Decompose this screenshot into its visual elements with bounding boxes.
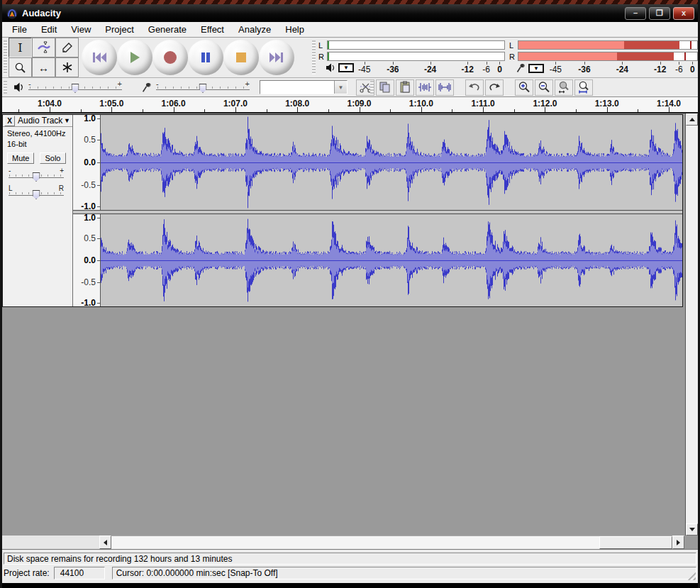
silence-icon xyxy=(438,81,452,94)
recording-meter-left-bar[interactable] xyxy=(518,40,698,50)
zoom-out-button[interactable] xyxy=(535,79,553,96)
meter-scale-value: -6 xyxy=(675,65,683,74)
meter-scale-value: -45 xyxy=(550,65,562,74)
input-source-select[interactable]: ▼ xyxy=(260,80,348,94)
audio-track: X Audio Track ▼ Stereo, 44100Hz 16-bit M… xyxy=(2,114,683,307)
menu-project[interactable]: Project xyxy=(98,23,140,36)
skip-to-end-button[interactable] xyxy=(259,40,294,75)
copy-button[interactable] xyxy=(376,79,394,96)
close-button[interactable]: x xyxy=(673,7,694,20)
horizontal-scrollbar-row xyxy=(2,536,698,550)
recording-meter-dropdown[interactable]: ▼ xyxy=(528,64,544,73)
track-title[interactable]: Audio Track xyxy=(16,116,64,126)
edit-toolbar xyxy=(356,79,593,96)
gain-thumb[interactable] xyxy=(33,172,40,182)
input-source-dropdown-icon[interactable]: ▼ xyxy=(334,81,347,94)
track-workspace[interactable]: X Audio Track ▼ Stereo, 44100Hz 16-bit M… xyxy=(2,113,698,536)
track-menu-arrow-icon[interactable]: ▼ xyxy=(64,117,72,124)
fit-project-icon xyxy=(577,81,590,94)
pause-button[interactable] xyxy=(188,40,223,75)
pan-thumb[interactable] xyxy=(33,190,40,199)
recording-meter[interactable]: L R ▼ xyxy=(509,39,698,77)
undo-button[interactable] xyxy=(465,79,484,96)
playback-meter-right-bar[interactable] xyxy=(327,52,505,61)
paste-clipboard-icon xyxy=(399,81,411,94)
solo-button[interactable]: Solo xyxy=(40,152,65,164)
horizontal-scrollbar-track[interactable] xyxy=(111,536,672,549)
undo-icon xyxy=(468,82,481,93)
toolbar-grip[interactable] xyxy=(4,40,7,74)
tool-buttons: I ↔ xyxy=(9,38,79,77)
output-volume-thumb[interactable] xyxy=(72,84,79,93)
timeline-ruler[interactable]: 1:04.01:05.01:06.01:07.01:08.01:09.01:10… xyxy=(2,97,698,113)
vertical-scrollbar[interactable] xyxy=(685,113,698,536)
gain-slider[interactable]: - + xyxy=(9,169,64,182)
right-channel-waveform[interactable] xyxy=(101,214,682,306)
gain-plus-label: + xyxy=(60,167,64,174)
pan-left-label: L xyxy=(9,184,13,192)
speaker-icon xyxy=(326,63,335,72)
menu-generate[interactable]: Generate xyxy=(141,23,194,36)
scroll-down-button[interactable] xyxy=(686,523,698,536)
edit-toolbar-grip[interactable] xyxy=(370,81,374,94)
mixer-toolbar-grip[interactable] xyxy=(4,81,7,94)
ruler-value: 0.5 xyxy=(84,233,96,243)
menu-edit[interactable]: Edit xyxy=(34,23,64,36)
trim-outside-selection-button[interactable] xyxy=(416,79,434,96)
menu-view[interactable]: View xyxy=(64,23,98,36)
selection-tool-button[interactable]: I xyxy=(9,38,32,57)
input-volume-thumb[interactable] xyxy=(199,84,207,93)
left-channel-waveform[interactable] xyxy=(101,115,682,210)
track-close-button[interactable]: X xyxy=(4,116,15,126)
skip-to-start-icon xyxy=(91,51,107,64)
meter-scale-value: -45 xyxy=(358,65,370,74)
scrollbar-left-spacer xyxy=(2,536,99,549)
title-bar[interactable]: Audacity – ❐ x xyxy=(2,4,698,22)
pan-slider[interactable]: L R xyxy=(9,187,64,199)
menu-analyze[interactable]: Analyze xyxy=(231,23,278,36)
fit-selection-button[interactable] xyxy=(555,79,573,96)
record-icon xyxy=(162,50,178,65)
recording-meter-right-bar[interactable] xyxy=(518,52,698,61)
time-shift-tool-button[interactable]: ↔ xyxy=(32,57,55,77)
window-title: Audacity xyxy=(22,8,625,18)
draw-tool-button[interactable] xyxy=(55,38,79,57)
minimize-button[interactable]: – xyxy=(625,7,646,20)
envelope-tool-button[interactable] xyxy=(32,38,55,57)
maximize-button[interactable]: ❐ xyxy=(649,7,670,20)
meter-toolbar-grip[interactable] xyxy=(312,40,316,74)
record-button[interactable] xyxy=(152,40,188,75)
output-volume-slider[interactable]: - + xyxy=(28,82,122,93)
play-button[interactable] xyxy=(117,40,152,75)
skip-to-start-button[interactable] xyxy=(82,40,117,75)
ruler-value: 0.0 xyxy=(84,255,96,265)
skip-to-end-icon xyxy=(269,51,284,64)
stop-button[interactable] xyxy=(223,40,259,75)
input-volume-slider[interactable]: - + xyxy=(156,82,250,93)
menu-file[interactable]: File xyxy=(5,23,34,36)
paste-button[interactable] xyxy=(396,79,414,96)
playback-meter-left-bar[interactable] xyxy=(327,40,505,50)
playback-meter-dropdown[interactable]: ▼ xyxy=(338,63,354,72)
scroll-up-button[interactable] xyxy=(686,113,698,126)
scroll-right-button[interactable] xyxy=(672,536,684,549)
menu-effect[interactable]: Effect xyxy=(194,23,231,36)
mute-button[interactable]: Mute xyxy=(7,152,34,164)
ruler-value: 0.0 xyxy=(84,157,96,167)
left-channel-ruler: 1.0 0.5 0.0 -0.5 -1.0 xyxy=(73,115,101,210)
silence-selection-button[interactable] xyxy=(435,79,454,96)
multi-tool-button[interactable] xyxy=(55,57,79,77)
horizontal-scrollbar-thumb[interactable] xyxy=(599,536,672,549)
redo-button[interactable] xyxy=(485,79,504,96)
project-rate-value[interactable]: 44100 xyxy=(54,567,105,579)
menu-help[interactable]: Help xyxy=(278,23,311,36)
zoom-in-button[interactable] xyxy=(515,79,533,96)
pause-icon xyxy=(199,51,212,64)
playback-meter[interactable]: L R ▼ -45-36-24-12-60 xyxy=(318,39,505,77)
fit-project-button[interactable] xyxy=(574,79,593,96)
scrollbar-corner xyxy=(684,536,698,549)
meter-scale-value: 0 xyxy=(690,65,695,74)
zoom-tool-button[interactable] xyxy=(9,57,32,77)
scroll-left-button[interactable] xyxy=(99,536,111,549)
ruler-value: 0.5 xyxy=(84,135,96,145)
